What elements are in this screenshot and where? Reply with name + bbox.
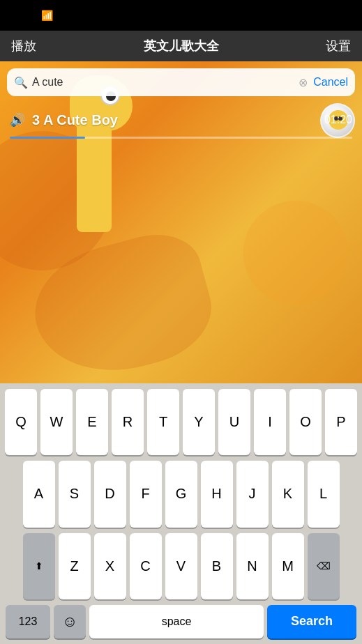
search-key-label: Search	[291, 614, 333, 629]
key-t[interactable]: T	[147, 389, 179, 455]
key-c[interactable]: C	[130, 533, 162, 599]
search-clear-button[interactable]: ⊗	[299, 76, 308, 89]
keyboard-row-3: ⬆ Z X C V B N M ⌫	[3, 533, 359, 599]
status-bar: Carrier 📶 8:33 PM	[0, 0, 362, 31]
delete-key[interactable]: ⌫	[308, 533, 340, 599]
key-q[interactable]: Q	[5, 389, 37, 455]
space-key[interactable]: space	[89, 605, 264, 638]
search-bar[interactable]: 🔍 A cute ⊗ Cancel	[7, 68, 355, 96]
wifi-icon: 📶	[41, 10, 53, 21]
key-f[interactable]: F	[130, 461, 162, 527]
key-o[interactable]: O	[289, 389, 322, 455]
key-m[interactable]: M	[272, 533, 304, 599]
key-v[interactable]: V	[165, 533, 197, 599]
keyboard-row-1: Q W E R T Y U I O P	[3, 389, 359, 455]
key-j[interactable]: J	[236, 461, 269, 527]
key-i[interactable]: I	[254, 389, 286, 455]
shift-key[interactable]: ⬆	[23, 533, 55, 599]
number-key-label: 123	[19, 615, 38, 628]
key-n[interactable]: N	[236, 533, 269, 599]
nav-play-button[interactable]: 播放	[11, 38, 36, 54]
keyboard-bottom-row: 123 ☺ space Search	[3, 605, 359, 641]
keyboard: Q W E R T Y U I O P A S D F G H J K L ⬆ …	[0, 383, 362, 644]
key-s[interactable]: S	[59, 461, 91, 527]
key-k[interactable]: K	[272, 461, 304, 527]
key-e[interactable]: E	[76, 389, 108, 455]
number-key[interactable]: 123	[6, 605, 50, 638]
song-title: 3 A Cute Boy	[32, 112, 324, 128]
space-key-label: space	[162, 615, 192, 628]
progress-bar	[10, 137, 352, 139]
carrier-text: Carrier	[8, 10, 38, 21]
nav-bar: 播放 英文儿歌大全 设置	[0, 31, 362, 61]
song-name: A Cute Boy	[43, 112, 118, 128]
search-input[interactable]: A cute	[32, 76, 299, 89]
key-x[interactable]: X	[94, 533, 126, 599]
content-area: 🔍 A cute ⊗ Cancel 🔊 3 A Cute Boy 01:20	[0, 61, 362, 383]
key-y[interactable]: Y	[183, 389, 215, 455]
key-g[interactable]: G	[165, 461, 197, 527]
nav-title: 英文儿歌大全	[144, 38, 219, 54]
status-carrier: Carrier 📶	[8, 10, 53, 21]
battery-icon	[334, 10, 354, 20]
battery-indicator	[334, 10, 354, 20]
search-icon: 🔍	[14, 76, 28, 89]
emoji-key[interactable]: ☺	[54, 605, 86, 638]
key-r[interactable]: R	[112, 389, 144, 455]
cancel-button[interactable]: Cancel	[313, 76, 348, 89]
key-a[interactable]: A	[23, 461, 55, 527]
key-w[interactable]: W	[40, 389, 73, 455]
nav-settings-button[interactable]: 设置	[326, 38, 351, 54]
deco-circle-2	[243, 201, 348, 305]
battery-fill	[336, 13, 352, 18]
status-time: 8:33 PM	[161, 10, 201, 22]
song-duration: 01:20	[324, 114, 352, 126]
keyboard-row-2: A S D F G H J K L	[3, 461, 359, 527]
search-key[interactable]: Search	[267, 605, 356, 638]
key-z[interactable]: Z	[59, 533, 91, 599]
now-playing-row: 🔊 3 A Cute Boy 01:20	[0, 105, 362, 135]
key-d[interactable]: D	[94, 461, 126, 527]
speaker-icon: 🔊	[10, 112, 25, 128]
key-b[interactable]: B	[201, 533, 233, 599]
progress-bar-fill	[10, 137, 85, 139]
key-u[interactable]: U	[218, 389, 250, 455]
key-p[interactable]: P	[325, 389, 357, 455]
song-number: 3	[32, 112, 40, 128]
key-h[interactable]: H	[201, 461, 233, 527]
key-l[interactable]: L	[308, 461, 340, 527]
